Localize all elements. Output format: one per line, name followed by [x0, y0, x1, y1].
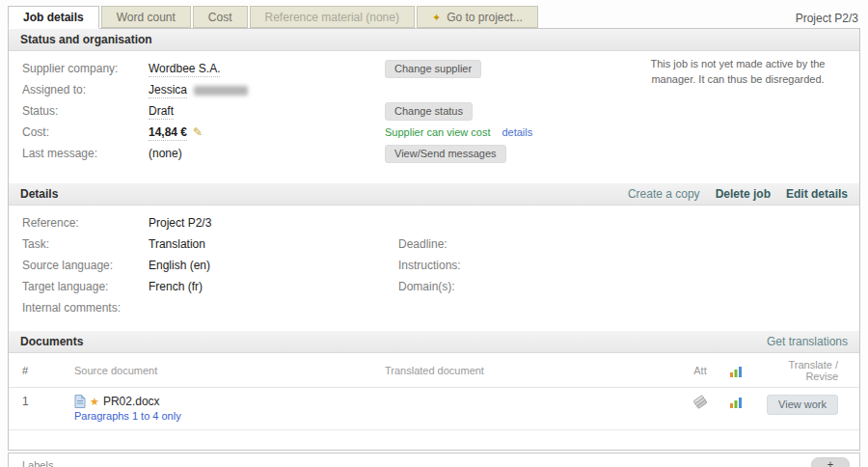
supplier-can-view-cost-text: Supplier can view cost: [385, 126, 490, 138]
project-label: Project P2/3: [796, 12, 858, 25]
supplier-value: Wordbee S.A.: [149, 62, 385, 75]
statistics-cell[interactable]: [717, 395, 755, 408]
source-language-value: English (en): [149, 259, 385, 272]
target-language-label: Target language:: [22, 280, 149, 293]
assigned-value: Jessica: [149, 83, 385, 96]
job-details-page: Job details Word count Cost Reference ma…: [0, 0, 868, 467]
go-to-project-icon: ✦: [432, 12, 441, 23]
reference-label: Reference:: [22, 216, 149, 230]
translate-revise-cell: View work: [755, 395, 848, 415]
table-row: 1 ★ PR02.docx Paragraphs 1 to 4 only: [9, 388, 859, 430]
labels-section: Labels +: [8, 453, 860, 467]
redacted-name: [194, 86, 248, 96]
column-source-document: Source document: [74, 365, 385, 376]
view-work-button[interactable]: View work: [767, 395, 838, 415]
assigned-label: Assigned to:: [22, 83, 149, 96]
tab-cost[interactable]: Cost: [193, 6, 248, 28]
create-copy-link[interactable]: Create a copy: [628, 187, 700, 201]
source-document-filename[interactable]: PR02.docx: [103, 395, 160, 408]
supplier-label: Supplier company:: [22, 62, 149, 75]
status-label: Status:: [22, 104, 149, 118]
internal-comments-label: Internal comments:: [22, 301, 149, 315]
tab-job-details[interactable]: Job details: [8, 6, 99, 29]
target-language-row: Target language: French (fr) Domain(s):: [9, 276, 859, 297]
task-row: Task: Translation Deadline:: [9, 234, 859, 255]
status-section-header: Status and organisation: [9, 29, 859, 51]
add-label-button[interactable]: +: [811, 457, 850, 467]
cost-details-link[interactable]: details: [502, 126, 532, 138]
delete-job-link[interactable]: Delete job: [716, 187, 771, 201]
details-section-body: Reference: Project P2/3 Task: Translatio…: [9, 206, 859, 331]
source-language-row: Source language: English (en) Instructio…: [9, 255, 859, 276]
priority-star-icon: ★: [90, 396, 99, 408]
cost-value: 14,84 €✎: [149, 125, 385, 139]
documents-table-header: # Source document Translated document At…: [9, 353, 859, 388]
status-section-title: Status and organisation: [20, 33, 152, 46]
details-section-title: Details: [20, 187, 58, 201]
cost-row: Cost: 14,84 €✎ Supplier can view cost de…: [9, 122, 859, 143]
task-value: Translation: [149, 237, 385, 251]
details-section-header: Details Create a copy Delete job Edit de…: [9, 183, 859, 206]
column-translate-revise: Translate / Revise: [755, 359, 848, 382]
get-translations-link[interactable]: Get translations: [767, 335, 848, 348]
edit-cost-icon[interactable]: ✎: [193, 125, 203, 139]
bar-chart-icon: [729, 397, 743, 408]
row-number: 1: [22, 395, 74, 408]
last-message-label: Last message:: [22, 147, 149, 160]
attachments-icon: [692, 395, 708, 409]
column-statistics-icon: [717, 364, 755, 376]
cost-label: Cost:: [22, 125, 149, 139]
status-value: Draft: [149, 104, 385, 118]
source-document-cell: ★ PR02.docx Paragraphs 1 to 4 only: [74, 395, 385, 422]
internal-comments-row: Internal comments:: [9, 297, 859, 318]
edit-details-link[interactable]: Edit details: [786, 187, 848, 201]
column-translated-document: Translated document: [385, 365, 684, 376]
main-content-box: Status and organisation This job is not …: [8, 28, 860, 451]
tab-bar: Job details Word count Cost Reference ma…: [8, 5, 860, 28]
view-send-messages-button[interactable]: View/Send messages: [385, 145, 506, 163]
task-label: Task:: [22, 237, 149, 251]
document-icon: [74, 395, 86, 408]
domains-label: Domain(s):: [398, 280, 519, 293]
job-inactive-note: This job is not yet made active by the m…: [626, 57, 850, 88]
tab-reference-material[interactable]: Reference material (none): [250, 6, 415, 28]
status-row: Status: Draft Change status: [9, 100, 859, 122]
documents-section-header: Documents Get translations: [9, 331, 859, 353]
source-language-label: Source language:: [22, 259, 149, 272]
paragraph-scope-link[interactable]: Paragraphs 1 to 4 only: [74, 410, 385, 422]
deadline-label: Deadline:: [398, 237, 519, 251]
reference-row: Reference: Project P2/3: [9, 212, 859, 234]
last-message-row: Last message: (none) View/Send messages: [9, 143, 859, 164]
change-status-button[interactable]: Change status: [385, 102, 473, 121]
tab-go-to-project[interactable]: ✦Go to project...: [417, 6, 538, 28]
note-line-1: This job is not yet made active by the: [651, 58, 826, 69]
attachments-cell[interactable]: [684, 395, 717, 409]
empty-table-space: [9, 430, 859, 450]
target-language-value: French (fr): [149, 280, 385, 293]
column-number: #: [22, 365, 74, 376]
tab-word-count[interactable]: Word count: [101, 6, 191, 28]
reference-value: Project P2/3: [149, 216, 385, 230]
tab-go-to-project-label: Go to project...: [447, 11, 523, 24]
last-message-value: (none): [149, 147, 385, 160]
documents-section-title: Documents: [20, 335, 83, 348]
instructions-label: Instructions:: [398, 259, 519, 272]
change-supplier-button[interactable]: Change supplier: [385, 60, 481, 78]
note-line-2: manager. It can thus be disregarded.: [651, 73, 824, 85]
column-attachments: Att: [684, 365, 717, 376]
status-section-body: This job is not yet made active by the m…: [9, 51, 859, 183]
labels-title: Labels: [22, 459, 53, 467]
bar-chart-icon: [729, 366, 743, 377]
